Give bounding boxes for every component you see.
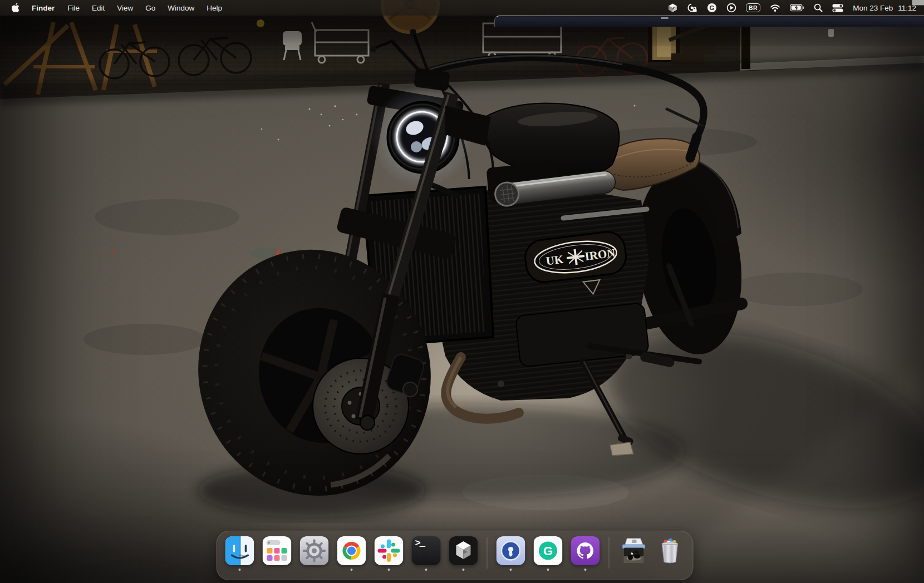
running-indicator bbox=[388, 569, 390, 571]
running-indicator bbox=[510, 569, 512, 571]
dock-item-grammarly[interactable]: G bbox=[534, 536, 563, 571]
menu-item-go[interactable]: Go bbox=[139, 4, 161, 12]
terminal-icon: >_ bbox=[412, 536, 441, 565]
clock-date: Mon 23 Feb bbox=[853, 4, 893, 12]
desktop-wallpaper: UK IRON bbox=[0, 0, 924, 583]
keyboard-layout-badge[interactable]: BR bbox=[746, 3, 760, 12]
dock-item-slack[interactable] bbox=[375, 536, 404, 571]
menu-item-file[interactable]: File bbox=[61, 4, 86, 12]
dock-item-terminal[interactable]: >_ bbox=[412, 536, 441, 571]
menu-bar-clock[interactable]: Mon 23 Feb 11:12 bbox=[853, 4, 916, 12]
dock-item-downloads-stack[interactable] bbox=[618, 536, 647, 565]
dock-item-1password[interactable] bbox=[497, 536, 525, 571]
corner-window-fragment bbox=[912, 0, 924, 6]
motorcycle-photo-thumbnail bbox=[624, 548, 644, 563]
running-indicator bbox=[547, 569, 549, 571]
menu-item-help[interactable]: Help bbox=[200, 4, 228, 12]
dock-item-finder[interactable] bbox=[225, 536, 254, 571]
running-indicator bbox=[584, 569, 587, 571]
grammarly-icon: G bbox=[534, 536, 563, 565]
cube-app-icon bbox=[449, 536, 478, 565]
trash-full-icon bbox=[656, 536, 685, 565]
running-indicator bbox=[425, 569, 427, 571]
downloads-stack-icon bbox=[618, 536, 647, 565]
badge-text-uk: UK bbox=[545, 253, 564, 268]
dock-item-github-desktop[interactable] bbox=[571, 536, 600, 571]
dock: >_ bbox=[217, 531, 694, 580]
dock-item-cube-app[interactable] bbox=[449, 536, 478, 571]
running-indicator bbox=[463, 569, 465, 571]
grammarly-g-glyph: G bbox=[543, 544, 553, 558]
dock-item-system-settings[interactable] bbox=[300, 536, 329, 571]
menu-bar: Finder File Edit View Go Window Help bbox=[0, 0, 924, 16]
wifi-icon[interactable] bbox=[770, 2, 780, 14]
control-center-icon[interactable] bbox=[832, 2, 843, 14]
terminal-prompt-glyph: >_ bbox=[415, 538, 424, 549]
slack-icon bbox=[375, 536, 404, 565]
running-indicator bbox=[351, 569, 353, 571]
github-icon bbox=[571, 536, 600, 565]
dock-item-chrome[interactable] bbox=[337, 536, 366, 571]
dock-item-trash[interactable] bbox=[656, 536, 685, 565]
dock-item-launchpad-apps[interactable] bbox=[263, 536, 292, 571]
menu-item-edit[interactable]: Edit bbox=[86, 4, 111, 12]
privacy-lock-menu-icon[interactable] bbox=[687, 2, 697, 14]
menu-item-view[interactable]: View bbox=[111, 4, 139, 12]
play-circle-menu-icon[interactable] bbox=[726, 2, 736, 14]
spotlight-search-icon[interactable] bbox=[814, 2, 823, 14]
system-settings-icon bbox=[300, 536, 329, 565]
battery-charging-icon[interactable] bbox=[790, 2, 804, 14]
dock-separator bbox=[487, 537, 488, 569]
chrome-icon bbox=[337, 536, 366, 565]
menu-item-finder[interactable]: Finder bbox=[25, 4, 61, 12]
stone-wedge bbox=[610, 442, 633, 456]
grammarly-menu-icon[interactable]: G bbox=[707, 2, 717, 14]
running-indicator bbox=[239, 569, 241, 571]
gear-icon bbox=[303, 540, 326, 562]
apple-icon bbox=[11, 3, 19, 13]
launchpad-apps-icon bbox=[263, 536, 292, 565]
window-drag-handle[interactable] bbox=[661, 17, 669, 19]
apple-menu[interactable] bbox=[10, 3, 25, 13]
svg-text:G: G bbox=[710, 4, 715, 11]
cube-app-menu-icon[interactable] bbox=[668, 2, 677, 14]
menu-item-window[interactable]: Window bbox=[161, 4, 200, 12]
dock-separator bbox=[609, 537, 610, 569]
onepassword-icon bbox=[497, 536, 525, 565]
hidden-window-edge[interactable] bbox=[494, 16, 924, 27]
finder-icon bbox=[225, 536, 254, 565]
